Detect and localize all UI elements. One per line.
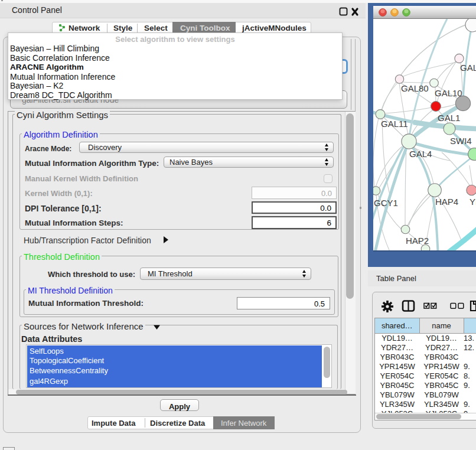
- svg-text:GAL11: GAL11: [381, 119, 408, 129]
- svg-text:GAL1: GAL1: [438, 113, 460, 123]
- svg-text:GCY1: GCY1: [374, 198, 398, 208]
- svg-text:SWI4: SWI4: [450, 136, 472, 146]
- svg-text:HAP4: HAP4: [435, 197, 458, 207]
- svg-text:YB: YB: [470, 197, 476, 207]
- svg-text:GAL2: GAL2: [460, 63, 476, 73]
- svg-text:GAL10: GAL10: [435, 88, 462, 98]
- svg-text:GAL4: GAL4: [409, 149, 432, 159]
- svg-text:HAP2: HAP2: [406, 236, 429, 246]
- svg-text:GAL80: GAL80: [401, 83, 429, 93]
